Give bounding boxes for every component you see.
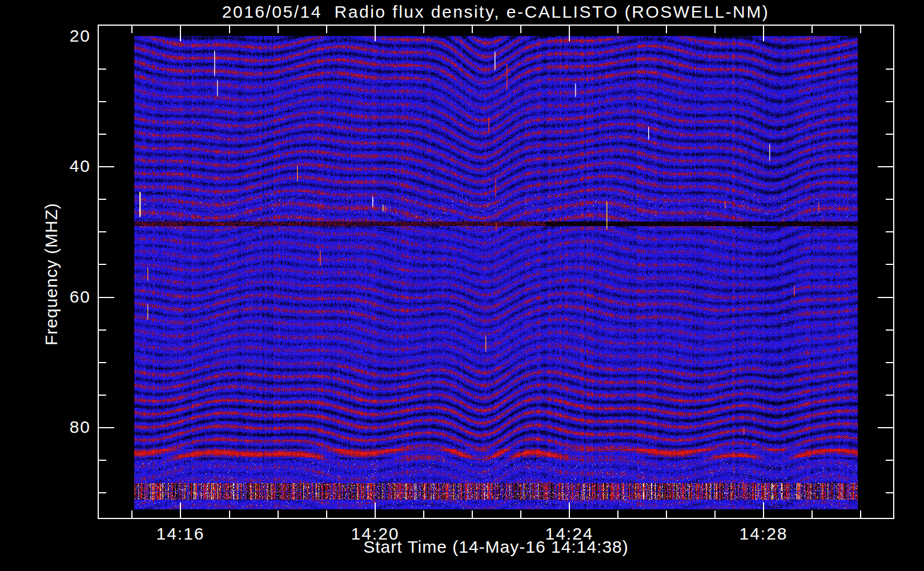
- x-axis-top-minor-tick: [860, 26, 861, 33]
- y-axis-right-major-tick: [878, 427, 893, 428]
- y-axis-minor-tick: [99, 69, 106, 70]
- y-tick-label: 40: [51, 156, 91, 176]
- y-axis-right-minor-tick: [886, 69, 893, 70]
- y-axis-title: Frequency (MHZ): [42, 160, 61, 388]
- x-axis-minor-tick: [326, 510, 327, 518]
- x-axis-top-minor-tick: [326, 26, 327, 33]
- y-axis-right-minor-tick: [886, 134, 893, 135]
- x-axis-top-minor-tick: [714, 26, 716, 33]
- y-axis-major-tick: [99, 427, 114, 428]
- y-axis-minor-tick: [99, 264, 106, 265]
- x-axis-minor-tick: [229, 510, 230, 518]
- x-axis-minor-tick: [666, 510, 667, 518]
- x-axis-top-minor-tick: [278, 26, 279, 33]
- x-axis-minor-tick: [131, 510, 132, 518]
- y-axis-minor-tick: [99, 395, 106, 396]
- x-axis-top-minor-tick: [423, 26, 424, 33]
- x-axis-minor-tick: [811, 510, 813, 518]
- y-axis-right-major-tick: [878, 297, 893, 298]
- x-axis-top-major-tick: [569, 26, 570, 41]
- x-axis-minor-tick: [423, 510, 424, 518]
- x-axis-top-minor-tick: [666, 26, 667, 33]
- x-axis-top-minor-tick: [229, 26, 230, 33]
- y-axis-major-tick: [99, 297, 114, 298]
- y-axis-minor-tick: [99, 231, 106, 232]
- y-axis-right-minor-tick: [886, 492, 893, 493]
- y-axis-right-minor-tick: [886, 460, 893, 461]
- y-axis-minor-tick: [99, 199, 106, 200]
- x-axis-major-tick: [569, 502, 570, 518]
- y-tick-label: 20: [51, 26, 91, 46]
- x-axis-minor-tick: [617, 510, 618, 518]
- x-axis-top-minor-tick: [472, 26, 473, 33]
- y-axis-right-minor-tick: [886, 329, 893, 331]
- y-axis-major-tick: [99, 166, 114, 167]
- y-axis-right-minor-tick: [886, 101, 893, 102]
- x-axis-major-tick: [180, 502, 181, 518]
- x-axis-minor-tick: [278, 510, 279, 518]
- x-axis-minor-tick: [520, 510, 521, 518]
- y-axis-right-minor-tick: [886, 362, 893, 363]
- y-axis-right-major-tick: [878, 166, 893, 167]
- x-axis-title: Start Time (14-May-16 14:14:38): [98, 537, 894, 557]
- x-axis-minor-tick: [714, 510, 716, 518]
- y-tick-label: 80: [51, 417, 91, 437]
- y-axis-minor-tick: [99, 362, 106, 363]
- x-axis-top-major-tick: [763, 26, 764, 41]
- x-axis-minor-tick: [860, 510, 861, 518]
- x-axis-top-minor-tick: [520, 26, 521, 33]
- y-axis-right-minor-tick: [886, 199, 893, 200]
- x-axis-top-minor-tick: [617, 26, 618, 33]
- x-axis-top-minor-tick: [811, 26, 813, 33]
- x-axis-major-tick: [763, 502, 764, 518]
- x-axis-top-minor-tick: [131, 26, 132, 33]
- spectrogram-figure: 2016/05/14 Radio flux density, e-CALLIST…: [0, 0, 924, 571]
- y-axis-minor-tick: [99, 492, 106, 493]
- y-axis-minor-tick: [99, 134, 106, 135]
- y-tick-label: 60: [51, 287, 91, 307]
- y-axis-right-minor-tick: [886, 395, 893, 396]
- x-axis-major-tick: [375, 502, 376, 518]
- x-axis-top-major-tick: [180, 26, 181, 41]
- plot-frame: [98, 25, 894, 519]
- y-axis-right-minor-tick: [886, 264, 893, 265]
- y-axis-minor-tick: [99, 329, 106, 331]
- x-axis-top-major-tick: [375, 26, 376, 41]
- y-axis-right-minor-tick: [886, 231, 893, 232]
- chart-title: 2016/05/14 Radio flux density, e-CALLIST…: [64, 2, 924, 22]
- y-axis-minor-tick: [99, 460, 106, 461]
- x-axis-minor-tick: [472, 510, 473, 518]
- y-axis-minor-tick: [99, 101, 106, 102]
